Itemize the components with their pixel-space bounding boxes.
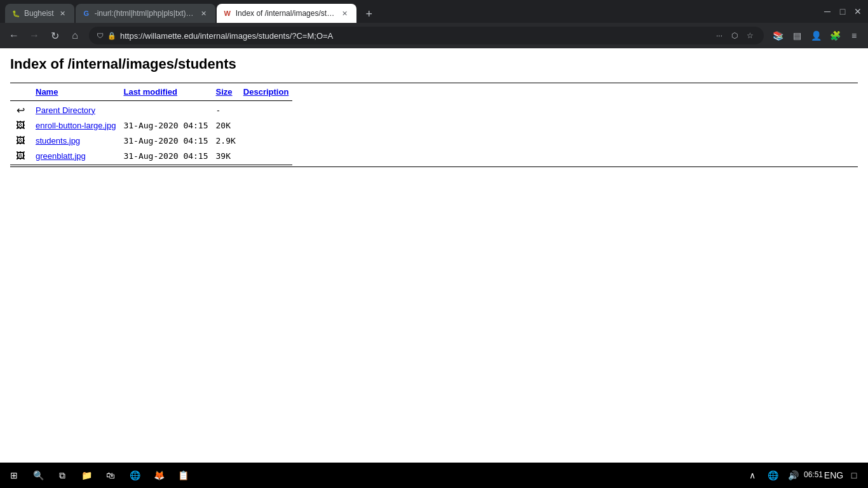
home-button[interactable]: ⌂: [66, 27, 84, 44]
url-bar[interactable]: 🛡 🔒 https://willamette.edu/internal/imag…: [89, 27, 764, 44]
tab-close-willamette[interactable]: ✕: [340, 8, 350, 18]
file-size-2: 39K: [216, 151, 231, 161]
task-view-button[interactable]: ⧉: [51, 464, 74, 487]
extensions-button[interactable]: 🧩: [826, 27, 844, 44]
table-row-parent: ↩ Parent Directory -: [10, 102, 292, 118]
file-desc-cell: [240, 148, 293, 163]
file-icon-cell: 🖼: [10, 133, 32, 148]
minimize-button[interactable]: ─: [822, 6, 832, 17]
file-size-cell: 20K: [212, 118, 240, 133]
account-button[interactable]: 👤: [807, 27, 825, 44]
parent-modified-cell: [119, 102, 212, 118]
title-bar: 🐛 Bugheist ✕ G -inurl:(html|html|php|pls…: [0, 0, 868, 23]
tab-willamette[interactable]: W Index of /internal/images/stud... ✕: [217, 4, 356, 23]
parent-name-cell: Parent Directory: [32, 102, 119, 118]
tab-google-search[interactable]: G -inurl:(html|html|php|pls|txt) in... ✕: [76, 4, 215, 23]
file-modified-0: 31-Aug-2020 04:15: [123, 121, 208, 130]
parent-size: -: [216, 105, 221, 115]
sort-by-size[interactable]: Size: [216, 87, 233, 97]
table-header-row: Name Last modified Size Description: [10, 86, 292, 99]
sort-by-modified[interactable]: Last modified: [123, 87, 177, 97]
taskbar-time: 06:51: [804, 470, 823, 480]
store-taskbar[interactable]: 🛍: [99, 464, 122, 487]
file-icon-cell: 🖼: [10, 118, 32, 133]
maximize-button[interactable]: □: [837, 6, 848, 17]
menu-button[interactable]: ≡: [845, 27, 863, 44]
sort-by-name[interactable]: Name: [36, 87, 58, 97]
chevron-up-icon[interactable]: ∧: [743, 466, 761, 484]
close-button[interactable]: ✕: [853, 6, 863, 17]
file-name-cell: enroll-button-large.jpg: [32, 118, 119, 133]
file-size-0: 20K: [216, 121, 231, 130]
tasks-taskbar[interactable]: 📋: [172, 464, 194, 487]
file-link-2[interactable]: greenblatt.jpg: [36, 151, 86, 161]
image-file-icon: 🖼: [14, 149, 27, 162]
tab-close-google[interactable]: ✕: [199, 8, 209, 18]
file-icon-cell: 🖼: [10, 148, 32, 163]
time-display: 06:51: [804, 470, 823, 480]
file-listing: Name Last modified Size Description: [10, 83, 858, 167]
sort-by-description[interactable]: Description: [243, 87, 289, 97]
file-desc-cell: [240, 118, 293, 133]
tab-favicon-google: G: [82, 9, 91, 18]
table-row: 🖼 students.jpg 31-Aug-2020 04:15 2.9K: [10, 133, 292, 148]
tab-close-bugheist[interactable]: ✕: [58, 8, 68, 18]
tab-label-google: -inurl:(html|html|php|pls|txt) in...: [95, 9, 195, 18]
table-row: 🖼 greenblatt.jpg 31-Aug-2020 04:15 39K: [10, 148, 292, 163]
file-modified-cell: 31-Aug-2020 04:15: [119, 148, 212, 163]
lang-display: ENG: [825, 466, 843, 484]
parent-dir-link[interactable]: Parent Directory: [36, 105, 95, 115]
file-modified-cell: 31-Aug-2020 04:15: [119, 133, 212, 148]
bookmark-button[interactable]: ☆: [743, 29, 756, 42]
image-file-icon: 🖼: [14, 119, 27, 132]
table-row: 🖼 enroll-button-large.jpg 31-Aug-2020 04…: [10, 118, 292, 133]
file-size-cell: 39K: [212, 148, 240, 163]
clock: 06:51: [804, 466, 822, 484]
url-actions: ··· ⬡ ☆: [713, 29, 756, 42]
firefox-taskbar[interactable]: 🦊: [147, 464, 170, 487]
new-tab-button[interactable]: +: [360, 5, 378, 23]
volume-icon[interactable]: 🔊: [784, 466, 802, 484]
library-button[interactable]: 📚: [769, 27, 787, 44]
start-button[interactable]: ⊞: [3, 464, 25, 487]
browser-window: 🐛 Bugheist ✕ G -inurl:(html|html|php|pls…: [0, 0, 868, 488]
address-bar: ← → ↻ ⌂ 🛡 🔒 https://willamette.edu/inter…: [0, 23, 868, 48]
window-controls: ─ □ ✕: [822, 6, 863, 17]
tab-favicon-bugheist: 🐛: [11, 9, 20, 18]
parent-dir-icon: ↩: [14, 104, 27, 116]
pocket-button[interactable]: ⬡: [728, 29, 741, 42]
file-table: Name Last modified Size Description: [10, 86, 292, 166]
file-link-1[interactable]: students.jpg: [36, 136, 80, 146]
file-explorer-taskbar[interactable]: 📁: [75, 464, 98, 487]
sidebar-button[interactable]: ▤: [788, 27, 806, 44]
th-name: Name: [32, 86, 119, 99]
more-info-button[interactable]: ···: [713, 29, 726, 42]
taskbar-right: ∧ 🌐 🔊 06:51 ENG □: [743, 466, 865, 484]
taskbar: ⊞ 🔍 ⧉ 📁 🛍 🌐 🦊 📋 ∧ 🌐 🔊 06:51 ENG □: [0, 463, 868, 488]
refresh-button[interactable]: ↻: [46, 27, 64, 44]
th-modified: Last modified: [119, 86, 212, 99]
file-link-0[interactable]: enroll-button-large.jpg: [36, 121, 116, 130]
file-name-cell: students.jpg: [32, 133, 119, 148]
th-description: Description: [240, 86, 293, 99]
search-button[interactable]: 🔍: [27, 464, 50, 487]
image-file-icon: 🖼: [14, 134, 27, 147]
table-top-divider: [10, 83, 858, 83]
back-button[interactable]: ←: [5, 27, 23, 44]
table-bottom-separator-row: [10, 163, 292, 166]
file-desc-cell: [240, 133, 293, 148]
taskbar-left: ⊞ 🔍 ⧉ 📁 🛍 🌐 🦊 📋: [3, 464, 743, 487]
edge-taskbar[interactable]: 🌐: [123, 464, 146, 487]
tab-bugheist[interactable]: 🐛 Bugheist ✕: [5, 4, 74, 23]
file-modified-1: 31-Aug-2020 04:15: [123, 136, 208, 146]
parent-desc-cell: [240, 102, 293, 118]
tab-group: 🐛 Bugheist ✕ G -inurl:(html|html|php|pls…: [5, 0, 815, 23]
tab-label-bugheist: Bugheist: [24, 9, 54, 18]
page-title: Index of /internal/images/students: [10, 56, 858, 72]
file-size-cell: 2.9K: [212, 133, 240, 148]
file-size-1: 2.9K: [216, 136, 236, 146]
notification-button[interactable]: □: [845, 466, 863, 484]
tab-favicon-willamette: W: [223, 9, 232, 18]
forward-button[interactable]: →: [25, 27, 43, 44]
network-icon[interactable]: 🌐: [764, 466, 782, 484]
